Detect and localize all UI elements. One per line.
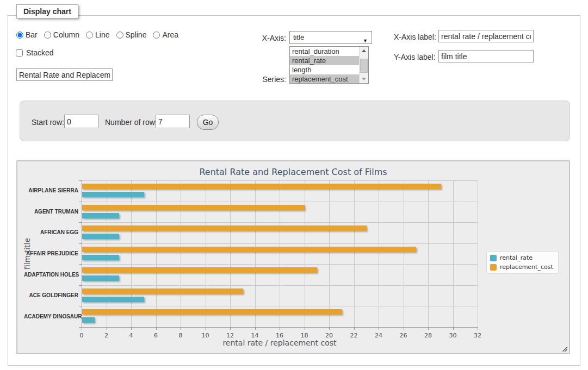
stacked-label: Stacked <box>26 48 54 57</box>
bar-replacement_cost[interactable] <box>82 309 342 315</box>
bar-replacement_cost[interactable] <box>82 184 441 189</box>
series-option-rental_rate[interactable]: rental_rate <box>290 56 368 65</box>
bar-rental_rate[interactable] <box>82 234 119 239</box>
grid-line-vertical <box>280 180 280 327</box>
bar-rental_rate[interactable] <box>82 213 119 218</box>
scroll-down-icon[interactable] <box>360 75 368 83</box>
x-tick-label: 6 <box>148 332 164 339</box>
x-tick-label: 18 <box>296 332 313 339</box>
radio-area[interactable]: Area <box>153 30 178 39</box>
x-tick-label: 16 <box>271 332 288 339</box>
radio-bar-label: Bar <box>26 30 38 39</box>
scroll-up-icon[interactable] <box>360 47 368 55</box>
x-axis-selected-value: title <box>293 33 304 41</box>
radio-line-input[interactable] <box>86 32 93 39</box>
start-row-input[interactable] <box>64 115 98 128</box>
x-tick-label: 10 <box>197 332 214 339</box>
radio-area-label: Area <box>162 30 178 39</box>
radio-bar-input[interactable] <box>16 32 23 39</box>
category-label: ACADEMY DINOSAUR <box>24 313 78 319</box>
row-range-panel <box>20 101 570 141</box>
category-label: AIRPLANE SIERRA <box>24 187 78 193</box>
grid-line-vertical <box>107 180 107 327</box>
legend-swatch-icon <box>490 255 497 261</box>
scrollbar-thumb[interactable] <box>360 59 368 73</box>
series-multiselect[interactable]: rental_durationrental_ratelengthreplacem… <box>289 46 369 84</box>
radio-spline-label: Spline <box>126 30 147 39</box>
x-axis-label-input[interactable] <box>438 30 534 42</box>
x-tick-label: 4 <box>123 332 139 339</box>
start-row-label: Start row: <box>32 118 64 127</box>
chart-panel: Rental Rate and Replacement Cost of Film… <box>16 160 570 354</box>
grid-line-vertical <box>206 180 206 327</box>
chart-title: Rental Rate and Replacement Cost of Film… <box>17 167 569 177</box>
x-tick-label: 8 <box>172 332 189 339</box>
x-tick-label: 28 <box>420 332 436 339</box>
grid-line-vertical <box>428 180 429 327</box>
category-label: ADAPTATION HOLES <box>24 272 78 278</box>
x-axis-label-caption: X-Axis label: <box>394 33 436 41</box>
grid-line-vertical <box>329 180 330 327</box>
legend-label: replacement_cost <box>500 264 553 271</box>
category-label: AFFAIR PREJUDICE <box>24 250 78 256</box>
series-list-scrollbar[interactable] <box>359 47 368 83</box>
grid-line-horizontal <box>82 285 478 286</box>
bar-rental_rate[interactable] <box>82 255 119 260</box>
fieldset-legend: Display chart <box>16 4 78 18</box>
bar-rental_rate[interactable] <box>82 317 95 323</box>
stacked-checkbox-row[interactable]: Stacked <box>16 48 54 57</box>
x-tick-label: 22 <box>346 332 362 339</box>
x-axis-select[interactable]: title ▼ <box>289 31 372 44</box>
grid-line-vertical <box>305 180 305 327</box>
grid-line-vertical <box>354 180 355 327</box>
x-tick-label: 32 <box>469 332 486 339</box>
series-option-replacement_cost[interactable]: replacement_cost <box>290 74 368 84</box>
radio-spline[interactable]: Spline <box>116 30 147 39</box>
bar-replacement_cost[interactable] <box>82 225 367 231</box>
radio-line-label: Line <box>95 30 109 39</box>
legend-item-rental_rate[interactable]: rental_rate <box>490 254 553 261</box>
bar-replacement_cost[interactable] <box>82 289 243 294</box>
radio-line[interactable]: Line <box>86 30 109 39</box>
series-option-length[interactable]: length <box>290 65 368 74</box>
resize-grip-icon[interactable] <box>561 346 567 352</box>
bar-replacement_cost[interactable] <box>82 267 317 273</box>
grid-line-horizontal <box>82 180 478 181</box>
bar-replacement_cost[interactable] <box>82 247 416 252</box>
x-tick-label: 12 <box>222 332 238 339</box>
series-option-rental_duration[interactable]: rental_duration <box>290 47 368 56</box>
radio-column[interactable]: Column <box>44 30 79 39</box>
x-axis-tick <box>478 327 478 330</box>
chart-legend: rental_ratereplacement_cost <box>486 251 559 274</box>
y-axis-line <box>82 180 82 328</box>
legend-item-replacement_cost[interactable]: replacement_cost <box>490 264 553 271</box>
x-tick-label: 14 <box>247 332 263 339</box>
grid-line-vertical <box>230 180 231 327</box>
grid-line-vertical <box>478 180 478 327</box>
number-of-rows-input[interactable] <box>156 115 190 128</box>
y-axis-label-input[interactable] <box>438 50 534 62</box>
stacked-checkbox[interactable] <box>16 49 23 57</box>
radio-area-input[interactable] <box>153 32 160 39</box>
radio-column-input[interactable] <box>44 32 51 39</box>
radio-spline-input[interactable] <box>116 32 123 39</box>
grid-line-vertical <box>404 180 404 327</box>
bar-rental_rate[interactable] <box>82 297 144 302</box>
category-label: ACE GOLDFINGER <box>24 292 78 298</box>
radio-bar[interactable]: Bar <box>16 30 38 39</box>
series-list-label: Series: <box>239 75 286 84</box>
bar-replacement_cost[interactable] <box>82 205 305 210</box>
page: Display chart Bar Column Line Spline Are… <box>0 0 588 370</box>
x-tick-label: 20 <box>321 332 337 339</box>
grid-line-vertical <box>453 180 454 327</box>
grid-line-horizontal <box>82 243 478 244</box>
go-button[interactable]: Go <box>197 115 219 130</box>
bar-rental_rate[interactable] <box>82 192 144 197</box>
radio-column-label: Column <box>53 30 79 39</box>
x-tick-label: 0 <box>73 332 90 339</box>
category-label: AFRICAN EGG <box>24 229 78 235</box>
chart-title-input[interactable] <box>16 68 113 81</box>
x-axis-line <box>82 327 478 328</box>
bar-rental_rate[interactable] <box>82 275 119 281</box>
legend-label: rental_rate <box>500 254 533 261</box>
